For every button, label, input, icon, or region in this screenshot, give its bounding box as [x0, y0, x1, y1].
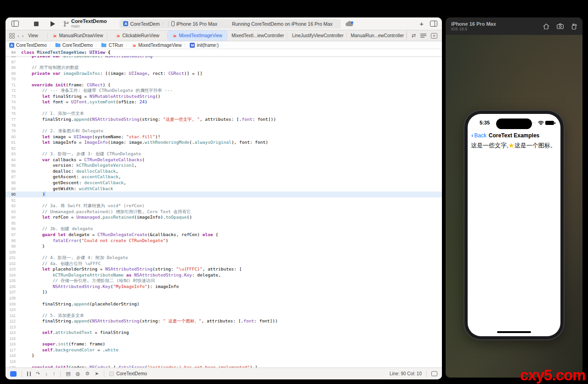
step-into-icon[interactable]: ↓	[45, 371, 48, 376]
code-line-115[interactable]: 115	[6, 336, 442, 342]
code-line-83[interactable]: 83 // 3. 阶段一, 步骤 3: 创建 CTRunDelegate	[6, 151, 442, 157]
code-line-102[interactable]: 102 // 4a. 创建占位符 \uFFFC	[6, 261, 442, 267]
line-number[interactable]: 110	[6, 307, 21, 313]
code-line-99[interactable]: 99 }	[6, 243, 442, 249]
code-line-79[interactable]: 79 // 2. 准备图片和 Delegate	[6, 128, 442, 134]
line-number[interactable]: 111	[6, 313, 21, 319]
simulator-title-bar[interactable]: iPhone 16 Pro Max iOS 18.5	[446, 17, 582, 35]
debug-view-hierarchy-icon[interactable]: ▤	[66, 371, 70, 376]
environment-overrides-icon[interactable]: ⚙	[85, 371, 90, 376]
line-number[interactable]: 73	[6, 94, 21, 100]
run-destination-selector[interactable]: iPhone 16 Pro Max	[171, 21, 217, 27]
line-number[interactable]: 95	[6, 220, 21, 226]
line-number[interactable]: 71	[6, 82, 21, 88]
line-number[interactable]: 72	[6, 88, 21, 94]
line-number[interactable]: 98	[6, 238, 21, 244]
line-number[interactable]: 93	[6, 209, 21, 215]
line-number[interactable]: 118	[6, 353, 21, 359]
code-line-97[interactable]: 97 guard let delegate = CTRunDelegateCre…	[6, 232, 442, 238]
sticky-declaration-line[interactable]: 64class MixedTextImageView: UIView {	[6, 49, 442, 56]
code-line-77[interactable]: 77 finalString.append(NSAttributedString…	[6, 117, 442, 123]
line-number[interactable]: 78	[6, 123, 21, 129]
line-number[interactable]: 117	[6, 347, 21, 353]
code-line-110[interactable]: 110	[6, 307, 442, 313]
line-number[interactable]: 108	[6, 295, 21, 301]
line-number[interactable]: 119	[6, 359, 21, 365]
code-line-85[interactable]: 85 version: kCTRunDelegateVersion1,	[6, 163, 442, 169]
code-line-92[interactable]: 92 // 3a. 将 Swift 对象转换为 void* (refCon)	[6, 203, 442, 209]
code-line-105[interactable]: 105 // 存储一份引用, 方便阶段二 (绘制) 时快速访问	[6, 278, 442, 284]
tab-manualrun-ewcontroller[interactable]: ManualRun...ewController	[347, 30, 406, 41]
code-line-90[interactable]: 90 )	[6, 192, 442, 198]
line-number[interactable]: 106	[6, 284, 21, 290]
breadcrumb-item-coretextdemo[interactable]: ACoreTextDemo	[9, 43, 47, 48]
sidebar-toggle-icon[interactable]	[10, 19, 20, 29]
line-number[interactable]: 86	[6, 169, 21, 175]
device-preview-icon[interactable]	[431, 371, 437, 376]
editor-options-icon[interactable]	[420, 34, 426, 38]
code-line-108[interactable]: 108	[6, 295, 442, 301]
iphone-screen[interactable]: 5:35 ···· ‹ Back	[468, 114, 560, 336]
line-number[interactable]: 109	[6, 301, 21, 307]
line-number[interactable]: 82	[6, 146, 21, 152]
code-line-109[interactable]: 109 finalString.append(placeholderString…	[6, 301, 442, 307]
code-line-89[interactable]: 89 getWidth: widthCallback	[6, 186, 442, 192]
line-number[interactable]: 84	[6, 157, 21, 163]
line-number[interactable]: 68	[6, 65, 21, 71]
code-line-70[interactable]: 70	[6, 76, 442, 82]
code-line-100[interactable]: 100	[6, 249, 442, 255]
code-line-107[interactable]: 107 ])	[6, 289, 442, 295]
pause-icon[interactable]	[27, 372, 31, 376]
tab-manualrundrawview[interactable]: ManualRunDrawView	[48, 30, 107, 41]
line-number[interactable]: 96	[6, 226, 21, 232]
line-number[interactable]: 81	[6, 140, 21, 146]
code-line-113[interactable]: 113	[6, 324, 442, 330]
line-number[interactable]: 113	[6, 324, 21, 330]
code-line-93[interactable]: 93 // Unmanaged.passRetained() 增加引用计数, C…	[6, 209, 442, 215]
step-over-icon[interactable]: ↷	[36, 371, 40, 376]
line-number[interactable]: 90	[6, 192, 21, 198]
line-number[interactable]: 79	[6, 128, 21, 134]
code-line-94[interactable]: 94 let refCon = Unmanaged.passRetained(i…	[6, 215, 442, 220]
breadcrumb-item-init-frame[interactable]: Minit(frame:)	[190, 43, 219, 48]
line-number[interactable]: 102	[6, 261, 21, 267]
home-icon[interactable]	[543, 23, 549, 29]
code-line-74[interactable]: 74 let font = UIFont.systemFont(ofSize: …	[6, 99, 442, 105]
code-lines[interactable]: 66 private var attributedText: NSAttribu…	[6, 56, 442, 367]
line-number[interactable]: 120	[6, 365, 21, 367]
code-line-81[interactable]: 81 let imageInfo = ImageInfo(image: imag…	[6, 140, 442, 146]
stop-button[interactable]	[31, 19, 41, 29]
line-number[interactable]: 74	[6, 99, 21, 105]
breadcrumb-item-ctrun[interactable]: CTRun	[101, 43, 123, 48]
code-line-80[interactable]: 80 let image = UIImage(systemName: "star…	[6, 134, 442, 140]
code-line-82[interactable]: 82	[6, 146, 442, 152]
code-line-101[interactable]: 101 // 4. 阶段一, 步骤 4: 附加 Delegate	[6, 255, 442, 261]
code-line-72[interactable]: 72 // --- 准备工作: 创建带 CTRunDelegate 的属性字符串…	[6, 88, 442, 94]
step-out-icon[interactable]: ↑	[53, 371, 56, 376]
code-line-112[interactable]: 112 finalString.append(NSAttributedStrin…	[6, 318, 442, 324]
back-button[interactable]: ‹ Back	[471, 132, 486, 139]
screenshot-icon[interactable]	[557, 23, 564, 29]
scheme-project[interactable]: CoreTextDemo main	[63, 19, 107, 28]
code-line-119[interactable]: 119	[6, 359, 442, 365]
tab-view[interactable]: View	[27, 30, 47, 41]
code-line-103[interactable]: 103 let placeholderString = NSAttributed…	[6, 266, 442, 272]
code-line-106[interactable]: 106 NSAttributedString.Key("MyImageInfo"…	[6, 284, 442, 290]
code-line-116[interactable]: 116 super.init(frame: frame)	[6, 341, 442, 347]
xcode-cloud-icon[interactable]	[345, 21, 354, 27]
line-number[interactable]: 99	[6, 243, 21, 249]
code-line-96[interactable]: 96 // 3b. 创建 delegate	[6, 226, 442, 232]
line-number[interactable]: 83	[6, 151, 21, 157]
tab-mixedtexti-iewcontroller[interactable]: MixedTextI...iewController	[227, 30, 287, 41]
editor-layout-icon[interactable]	[430, 21, 437, 27]
code-line-84[interactable]: 84 var callbacks = CTRunDelegateCallback…	[6, 157, 442, 163]
line-number[interactable]: 77	[6, 117, 21, 123]
line-number[interactable]: 101	[6, 255, 21, 261]
line-number[interactable]: 103	[6, 266, 21, 272]
line-number[interactable]: 69	[6, 71, 21, 77]
line-number[interactable]: 105	[6, 278, 21, 284]
line-number[interactable]: 85	[6, 163, 21, 169]
code-line-95[interactable]: 95	[6, 220, 442, 226]
code-line-86[interactable]: 86 dealloc: deallocCallback,	[6, 169, 442, 175]
code-line-91[interactable]: 91	[6, 198, 442, 203]
